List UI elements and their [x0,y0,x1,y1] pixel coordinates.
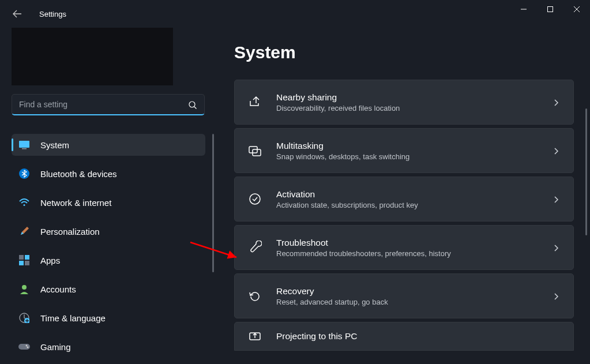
sidebar-item-apps[interactable]: Apps [12,249,205,271]
projecting-icon [247,329,262,344]
svg-point-18 [26,345,28,347]
search-input[interactable] [12,94,205,115]
chevron-right-icon [553,292,561,300]
card-subtitle: Recommended troubleshooters, preferences… [276,249,539,258]
window-title: Settings [39,10,66,18]
chevron-right-icon [553,243,561,252]
recovery-icon [247,288,262,303]
svg-rect-10 [19,255,24,260]
sidebar-item-label: Network & internet [40,198,111,208]
svg-point-14 [22,285,27,290]
card-nearby-sharing[interactable]: Nearby sharing Discoverability, received… [234,80,574,125]
card-title: Activation [276,189,539,200]
titlebar: Settings [0,0,590,28]
card-title: Multitasking [276,141,539,151]
card-subtitle: Discoverability, received files location [276,104,539,112]
wifi-icon [18,197,30,208]
caption-buttons [510,0,590,18]
sidebar: System Bluetooth & devices Network & int… [0,28,213,364]
display-icon [18,139,30,151]
card-multitasking[interactable]: Multitasking Snap windows, desktops, tas… [234,128,574,173]
svg-point-22 [250,194,260,204]
svg-rect-13 [25,261,29,265]
sidebar-item-label: Gaming [40,342,71,352]
sidebar-item-system[interactable]: System [12,134,205,156]
chevron-right-icon [553,98,561,106]
svg-rect-12 [19,261,24,265]
paintbrush-icon [18,226,30,237]
card-title: Nearby sharing [276,92,539,103]
card-title: Recovery [276,286,539,297]
card-title: Troubleshoot [276,238,539,248]
svg-point-19 [27,347,29,348]
main-scrollbar[interactable] [585,108,587,235]
chevron-right-icon [553,147,561,155]
card-subtitle: Snap windows, desktops, task switching [276,152,539,161]
sidebar-item-label: Bluetooth & devices [40,169,117,179]
card-projecting[interactable]: Projecting to this PC [234,322,574,351]
card-subtitle: Reset, advanced startup, go back [276,298,539,306]
sidebar-item-label: System [40,140,69,150]
svg-rect-1 [548,7,553,12]
card-activation[interactable]: Activation Activation state, subscriptio… [234,177,574,222]
gaming-icon [18,341,30,352]
svg-point-4 [189,102,195,107]
card-troubleshoot[interactable]: Troubleshoot Recommended troubleshooters… [234,225,574,270]
sidebar-item-label: Time & language [40,313,106,323]
close-button[interactable] [563,0,590,18]
sidebar-item-label: Personalization [40,227,100,237]
svg-line-5 [194,107,197,109]
sidebar-item-gaming[interactable]: Gaming [12,336,205,358]
sidebar-item-personalization[interactable]: Personalization [12,220,205,242]
sidebar-item-accounts[interactable]: Accounts [12,278,205,300]
profile-block [12,28,173,85]
svg-point-9 [24,204,25,206]
share-icon [247,95,262,110]
chevron-right-icon [553,195,561,203]
sidebar-item-label: Apps [40,256,60,265]
main-content: System Nearby sharing Discoverability, r… [213,28,590,364]
minimize-button[interactable] [510,0,537,18]
page-title: System [234,43,574,62]
maximize-button[interactable] [537,0,563,18]
card-recovery[interactable]: Recovery Reset, advanced startup, go bac… [234,273,574,318]
svg-rect-7 [22,148,27,149]
svg-rect-6 [19,141,29,148]
back-button[interactable] [12,8,23,20]
card-title: Projecting to this PC [276,331,561,342]
bluetooth-icon [18,168,30,179]
sidebar-item-label: Accounts [40,284,76,294]
sidebar-item-time-language[interactable]: Time & language [12,307,205,329]
accounts-icon [18,283,30,295]
sidebar-item-bluetooth[interactable]: Bluetooth & devices [12,163,205,185]
search-icon [189,101,197,109]
apps-icon [18,254,30,266]
time-language-icon [18,312,30,324]
sidebar-item-network[interactable]: Network & internet [12,192,205,213]
wrench-icon [247,240,262,255]
multitasking-icon [247,143,262,158]
check-circle-icon [247,192,262,207]
nav-list: System Bluetooth & devices Network & int… [12,134,205,358]
svg-rect-11 [25,255,29,260]
card-subtitle: Activation state, subscriptions, product… [276,201,539,209]
